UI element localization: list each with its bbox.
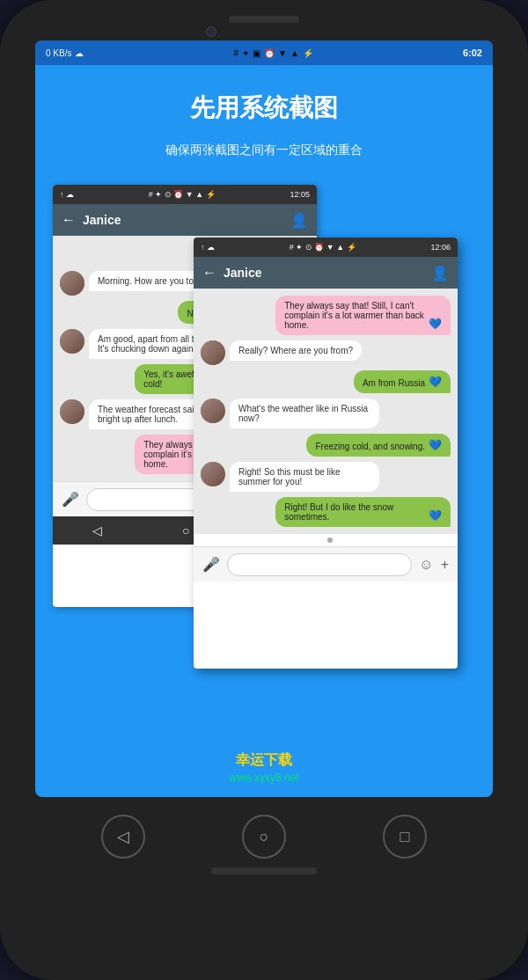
msg-right-4: Am from Russia 💙 [354, 370, 451, 393]
ss2-status-icons: # ✦ ⊙ ⏰ ▼ ▲ ⚡ [290, 243, 356, 252]
screenshots-container: ↑ ☁ # ✦ ⊙ ⏰ ▼ ▲ ⚡ 12:05 ← Janice 👤 Good … [53, 185, 475, 677]
ss1-status-icons: # ✦ ⊙ ⏰ ▼ ▲ ⚡ [149, 190, 216, 199]
ss2-toolbar: ← Janice 👤 [194, 257, 458, 289]
data-speed: 0 KB/s [46, 48, 71, 58]
nav-home-button[interactable]: ○ [242, 815, 286, 859]
battery-icon: ⚡ [303, 48, 313, 58]
msg-right-overlap: They always say that! Still, I can't com… [275, 296, 451, 335]
nav-home-icon: ○ [260, 828, 269, 846]
screenshot-2: ↑ ☁ # ✦ ⊙ ⏰ ▼ ▲ ⚡ 12:06 ← Janice 👤 They … [194, 238, 458, 669]
ss2-back-button[interactable]: ← [202, 265, 216, 281]
bluetooth-icon: ✦ [242, 48, 249, 58]
avatar-6 [201, 462, 225, 486]
signal-icon: ▲ [290, 48, 299, 58]
msg-left-5: What's the weather like in Russia now? [201, 399, 379, 428]
wifi-icon: ▼ [278, 48, 287, 58]
ss2-emoji-icon[interactable]: ☺ [419, 557, 433, 573]
bottom-speaker [211, 867, 317, 874]
ss2-attach-icon[interactable]: + [441, 557, 449, 573]
msg-left-6: Right! So this must be like summer for y… [201, 462, 379, 492]
phone-device: 0 KB/s ☁ # ✦ ▣ ⏰ ▼ ▲ ⚡ 6:02 先用系统截图 确保两张截… [0, 0, 528, 980]
phone-screen: 0 KB/s ☁ # ✦ ▣ ⏰ ▼ ▲ ⚡ 6:02 先用系统截图 确保两张截… [35, 40, 493, 797]
ss2-contact-name: Janice [224, 266, 424, 280]
msg-text: Am from Russia [363, 378, 425, 388]
ss1-time: 12:05 [290, 190, 310, 199]
page-title: 先用系统截图 [190, 91, 338, 125]
top-speaker [229, 16, 299, 23]
nav-recent-button[interactable]: □ [383, 815, 427, 859]
emoji-8: 💙 [429, 509, 442, 522]
msg-text: They always say that! Still, I can't com… [284, 301, 425, 330]
emoji-6: 💙 [429, 376, 442, 388]
ss1-contact-icon[interactable]: 👤 [290, 212, 308, 229]
cloud-icon: ☁ [75, 48, 84, 58]
watermark-line1: 幸运下载 [236, 751, 292, 770]
avatar-4 [201, 340, 225, 365]
hash-icon: # [234, 48, 239, 58]
msg-text: Right! So this must be like summer for y… [230, 462, 379, 492]
ss1-mic-icon[interactable]: 🎤 [62, 491, 79, 508]
ss2-time: 12:06 [430, 243, 451, 252]
nav-back-icon: ◁ [117, 827, 129, 846]
msg-left-4: Really? Where are you from? [201, 340, 362, 365]
ss2-bottom-bar: 🎤 ☺ + [194, 546, 458, 581]
dot-indicator [194, 534, 458, 546]
ss2-status-bar: ↑ ☁ # ✦ ⊙ ⏰ ▼ ▲ ⚡ 12:06 [194, 238, 458, 257]
ss1-toolbar: ← Janice 👤 [53, 204, 317, 236]
dot-2 [327, 538, 333, 543]
watermark: 幸运下载 www.xyxy8.net [35, 751, 493, 784]
nav-recent-icon: □ [400, 828, 410, 846]
page-subtitle: 确保两张截图之间有一定区域的重合 [165, 143, 363, 158]
ss1-status-bar: ↑ ☁ # ✦ ⊙ ⏰ ▼ ▲ ⚡ 12:05 [53, 185, 317, 204]
ss1-nav-home[interactable]: ○ [182, 523, 189, 538]
ss1-back-button[interactable]: ← [62, 212, 76, 228]
msg-text: Freezing cold, and snowing. [315, 442, 425, 451]
ss1-contact-name: Janice [83, 213, 283, 227]
status-bar: 0 KB/s ☁ # ✦ ▣ ⏰ ▼ ▲ ⚡ 6:02 [35, 40, 493, 65]
msg-right-5: Freezing cold, and snowing. 💙 [306, 434, 451, 457]
ss2-chat-area: They always say that! Still, I can't com… [194, 289, 458, 534]
ss2-status-left: ↑ ☁ [201, 243, 215, 252]
msg-right-6: Right! But I do like the snow sometimes.… [275, 497, 451, 527]
ss2-mic-icon[interactable]: 🎤 [202, 556, 220, 573]
ss2-contact-icon[interactable]: 👤 [431, 265, 449, 282]
nfc-icon: ▣ [253, 48, 260, 58]
phone-nav: ◁ ○ □ [53, 806, 475, 867]
emoji-5: 💙 [429, 318, 442, 330]
avatar-5 [201, 399, 225, 423]
msg-text: What's the weather like in Russia now? [230, 399, 379, 428]
watermark-line2: www.xyxy8.net [229, 772, 298, 784]
ss1-nav-back[interactable]: ◁ [92, 523, 102, 538]
nav-back-button[interactable]: ◁ [101, 815, 145, 859]
msg-text: Right! But I do like the snow sometimes. [284, 502, 425, 522]
avatar-3 [60, 399, 84, 424]
ss1-status-left: ↑ ☁ [60, 190, 74, 199]
main-content: 先用系统截图 确保两张截图之间有一定区域的重合 ↑ ☁ # ✦ ⊙ ⏰ ▼ ▲ … [35, 65, 493, 797]
status-left: 0 KB/s ☁ [46, 48, 84, 58]
front-camera [206, 26, 216, 37]
status-icons: # ✦ ▣ ⏰ ▼ ▲ ⚡ [234, 48, 313, 58]
avatar-1 [60, 271, 84, 296]
ss2-message-input[interactable] [227, 553, 412, 576]
msg-text: Really? Where are you from? [230, 340, 362, 361]
emoji-7: 💙 [429, 439, 442, 451]
status-time: 6:02 [463, 48, 482, 58]
avatar-2 [60, 329, 84, 354]
dot-1 [319, 538, 324, 543]
alarm-icon: ⏰ [264, 48, 275, 58]
